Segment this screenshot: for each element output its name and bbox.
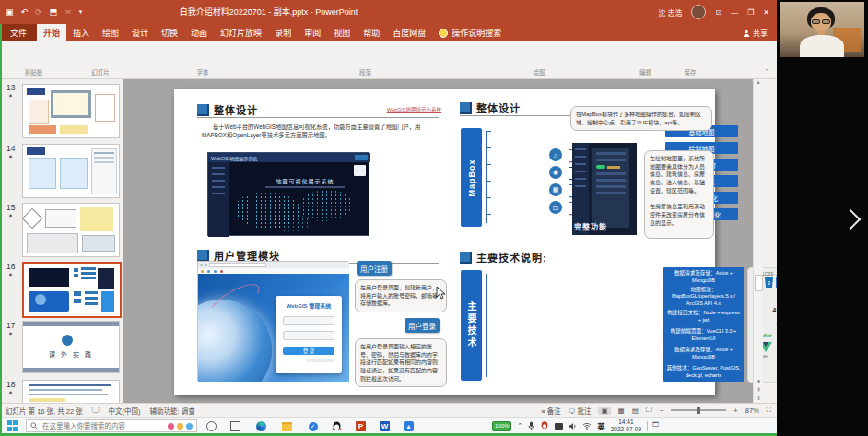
share-button[interactable]: 共享: [743, 24, 768, 41]
search-input[interactable]: [41, 421, 165, 431]
q2-bubble-right: 在绘制地图里，系统所地图要素具体分为人员信息、建筑信息、房屋信息、法人信息、基础…: [644, 150, 714, 239]
q4-item: 地图框架：MapBoxGL/openlayers.5.x / ArcGIS AP…: [663, 286, 744, 308]
qq-tray-icon[interactable]: [540, 421, 549, 430]
task-view-icon[interactable]: [229, 419, 242, 433]
lightbulb-icon: [439, 29, 448, 38]
account-name[interactable]: 沈 志浩: [658, 7, 682, 18]
display-settings-icon[interactable]: 🖵: [92, 406, 100, 415]
file-explorer-icon[interactable]: [280, 419, 294, 433]
close-button[interactable]: ✕: [763, 8, 769, 17]
q2-screenshot-caption: 完整功能: [574, 221, 607, 231]
thumb-number: 13: [6, 83, 15, 92]
reading-view-button[interactable]: ▤: [632, 407, 639, 415]
restore-button[interactable]: ❐: [747, 8, 754, 17]
next-page-chevron[interactable]: [840, 209, 862, 230]
slideshow-view-button[interactable]: 🖵: [646, 406, 652, 415]
collapse-ribbon-icon[interactable]: ⌃: [764, 68, 769, 76]
normal-view-button[interactable]: ▣: [598, 407, 610, 415]
slide-thumbnail-14[interactable]: [22, 144, 120, 198]
fit-slide-button[interactable]: ⛶: [767, 406, 771, 415]
windows-taskbar: ✓ P W ▲ 100% ⌃ 英 14:412022-07-09: [0, 417, 777, 433]
canvas-scrollbar[interactable]: ▲ ▼ ⇞ ⇟: [753, 79, 763, 403]
q1-app-screenshot: WebGIS 地图展示系统 地图可视化展示系统: [207, 152, 369, 236]
share-border-left: [0, 24, 2, 433]
ribbon-display-options-icon[interactable]: ⊡: [715, 8, 721, 17]
password-field[interactable]: [283, 331, 334, 340]
tencent-meeting-icon[interactable]: ▲: [402, 419, 416, 433]
zoom-slider[interactable]: [671, 409, 726, 411]
cortana-icon[interactable]: [205, 419, 218, 433]
slide-16-canvas[interactable]: 整体设计 WebGIS地图展示小系统 基于Web平台的WebGIS地图信息可视化…: [174, 89, 715, 395]
mapbox-icon: ▦: [549, 183, 562, 196]
language-indicator[interactable]: 中文(中国): [109, 406, 141, 416]
slide-thumbnail-16-selected[interactable]: [22, 262, 122, 318]
qq-icon[interactable]: [330, 419, 344, 433]
scroll-down-icon[interactable]: ▼: [754, 378, 764, 386]
previous-slide-button[interactable]: ⇞: [754, 386, 764, 395]
windows-start-button[interactable]: [7, 420, 18, 431]
battery-indicator[interactable]: 100%: [492, 421, 511, 431]
notes-button[interactable]: ≡ 备注: [541, 406, 560, 416]
slide-thumbnail-panel: 13 ✶ 14 ✶ 15 ✶: [2, 79, 123, 403]
scrollbar-thumb[interactable]: [755, 275, 763, 291]
map-portal-icon: ◉: [549, 166, 562, 179]
tell-me-search[interactable]: 操作说明搜索: [432, 24, 508, 41]
q3-register-bubble: 在用户登录界面，创建新用户，将用户输入的账号密码，邮箱等存储数据库。: [355, 279, 447, 312]
network-icon[interactable]: [582, 422, 592, 430]
scroll-up-icon[interactable]: ▲: [754, 79, 763, 85]
todo-check-icon[interactable]: ✓: [306, 419, 320, 433]
animation-star-icon: ✶: [8, 153, 13, 159]
slide-thumbnail-15[interactable]: [22, 203, 120, 257]
tab-view[interactable]: 视图: [327, 24, 357, 41]
tray-expand-icon[interactable]: ⌃: [517, 422, 522, 430]
slide-thumbnail-13[interactable]: [22, 84, 120, 138]
accessibility-status[interactable]: 辅助功能: 调查: [150, 406, 195, 416]
powerpoint-window: ▣ ↶ ⟳ ⬒ ≍ ▾ 白我介绍材料20220701 - 副本.pptx - P…: [0, 0, 777, 436]
notification-center-icon[interactable]: 🗔: [647, 421, 662, 431]
zoom-level[interactable]: 87%: [745, 407, 759, 415]
ribbon: 粘贴 ✂剪切 ⧉复制 ✐格式刷 剪贴板 新建幻灯片 ▤版式▾ ⟲重置 ≣节▾ 幻…: [0, 41, 777, 79]
animation-star-icon: ✶: [8, 212, 13, 218]
edge-browser-icon[interactable]: [254, 419, 268, 433]
register-button[interactable]: 用户注册: [357, 261, 392, 276]
camera-tray-icon[interactable]: [555, 423, 563, 430]
tab-animations[interactable]: 动画: [184, 24, 214, 41]
avatar[interactable]: [691, 5, 706, 19]
zoom-out-button[interactable]: −: [660, 407, 663, 415]
tab-file[interactable]: 文件: [0, 24, 37, 41]
tab-review[interactable]: 审阅: [298, 24, 327, 41]
username-field[interactable]: [283, 316, 334, 325]
clock[interactable]: 14:412022-07-09: [611, 418, 641, 434]
ime-indicator[interactable]: 英: [597, 420, 605, 431]
editing-canvas: 整体设计 WebGIS地图展示小系统 基于Web平台的WebGIS地图信息可视化…: [123, 79, 763, 403]
next-slide-button[interactable]: ⇟: [754, 395, 764, 403]
slide-thumbnail-18[interactable]: [22, 380, 120, 404]
tab-draw[interactable]: 绘图: [96, 24, 125, 41]
minimize-button[interactable]: —: [731, 8, 738, 17]
tab-home[interactable]: 开始: [37, 24, 66, 41]
tab-slideshow[interactable]: 幻灯片放映: [214, 24, 268, 41]
tab-insert[interactable]: 插入: [66, 24, 96, 41]
slide-thumbnail-17[interactable]: 课 外 实 践: [22, 321, 120, 373]
q1-paragraph: 基于Web平台的WebGIS地图信息可视化系统，功能方面主要设置了地图门户，用M…: [202, 123, 438, 140]
news-widget-icon[interactable]: [186, 423, 193, 430]
news-widget-icon[interactable]: [177, 423, 183, 430]
zoom-in-button[interactable]: +: [733, 407, 737, 415]
speaker-icon[interactable]: [569, 422, 577, 430]
tab-help[interactable]: 帮助: [357, 24, 386, 41]
slide-sorter-view-button[interactable]: ▦: [618, 407, 625, 415]
tab-design[interactable]: 设计: [125, 24, 155, 41]
word-icon[interactable]: W: [378, 419, 392, 433]
login-submit-button[interactable]: 登 录: [283, 347, 334, 355]
login-button[interactable]: 用户登录: [405, 318, 440, 333]
news-widget-icon[interactable]: [168, 423, 174, 430]
taskbar-search[interactable]: [26, 419, 197, 432]
home-icon: ⌂: [549, 148, 562, 161]
tab-baidu-netdisk[interactable]: 百度网盘: [386, 24, 432, 41]
tab-record[interactable]: 录制: [268, 24, 298, 41]
comments-button[interactable]: 🗨 批注: [569, 406, 592, 416]
tab-transitions[interactable]: 切换: [155, 24, 184, 41]
powerpoint-icon[interactable]: P: [354, 419, 368, 433]
webcam-video[interactable]: [780, 2, 864, 57]
microphone-icon[interactable]: [528, 421, 534, 430]
